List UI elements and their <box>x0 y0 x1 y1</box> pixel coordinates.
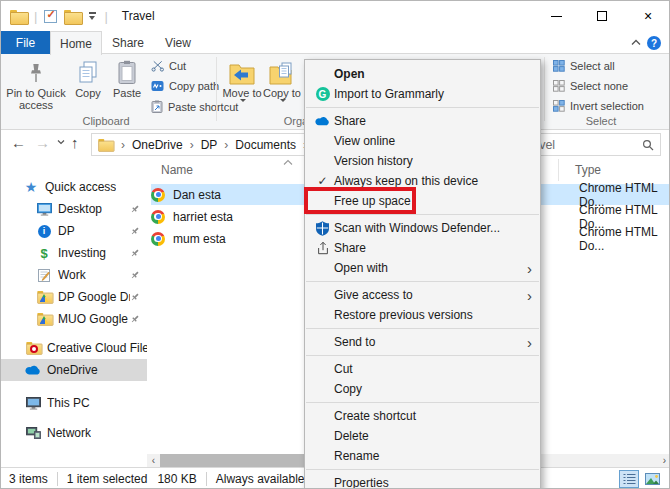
tab-view[interactable]: View <box>154 31 202 54</box>
sidebar-item-dp[interactable]: i DP <box>1 220 147 242</box>
select-all-icon <box>553 60 565 72</box>
menu-item-delete[interactable]: Delete <box>305 426 540 446</box>
menu-item-scan-with-defender[interactable]: Scan with Windows Defender... <box>305 218 540 238</box>
new-folder-icon[interactable] <box>64 10 81 23</box>
sidebar-item-desktop[interactable]: Desktop <box>1 198 147 220</box>
select-all-button[interactable]: Select all <box>553 60 615 72</box>
tab-home[interactable]: Home <box>50 31 102 55</box>
menu-item-share-onedrive[interactable]: Share <box>305 111 540 131</box>
column-header-name[interactable]: Name <box>161 163 193 177</box>
thumbnails-view-button[interactable] <box>642 470 662 488</box>
select-none-icon <box>553 80 565 92</box>
computer-icon <box>24 397 42 410</box>
invert-selection-icon <box>553 100 565 112</box>
maximize-button[interactable] <box>579 1 625 31</box>
invert-selection-button[interactable]: Invert selection <box>553 100 644 112</box>
recent-locations-caret-icon[interactable] <box>57 139 65 145</box>
checkmark-icon: ✓ <box>311 174 334 188</box>
group-separator <box>216 57 217 121</box>
menu-item-always-keep-on-device[interactable]: ✓ Always keep on this device <box>305 171 540 191</box>
details-view-button[interactable] <box>619 470 639 488</box>
scroll-left-arrow-icon[interactable]: ‹ <box>147 454 160 467</box>
sidebar-item-onedrive[interactable]: OneDrive <box>1 359 147 381</box>
pin-icon <box>130 292 140 302</box>
forward-button[interactable]: → <box>35 134 50 151</box>
sidebar-item-network[interactable]: Network <box>1 422 147 444</box>
paste-shortcut-icon <box>151 100 163 113</box>
share-icon <box>316 241 330 255</box>
paste-icon <box>116 57 138 85</box>
onedrive-cloud-icon <box>24 365 42 375</box>
tab-share[interactable]: Share <box>102 31 154 54</box>
menu-item-open[interactable]: Open <box>305 64 540 84</box>
scroll-right-arrow-icon[interactable]: › <box>658 454 670 467</box>
move-to-button[interactable]: Move to <box>222 57 262 102</box>
copy-button[interactable]: Copy <box>69 57 107 99</box>
google-drive-folder-icon <box>35 290 53 304</box>
sidebar-item-quick-access[interactable]: ★ Quick access <box>1 176 147 198</box>
help-icon[interactable]: ? <box>647 36 661 50</box>
cut-button[interactable]: Cut <box>151 60 186 72</box>
crumb-onedrive[interactable]: OneDrive <box>132 138 183 152</box>
sidebar-item-muo-google-drive[interactable]: MUO Google Dri <box>1 308 147 330</box>
sidebar-item-investing[interactable]: $ Investing <box>1 242 147 264</box>
menu-item-version-history[interactable]: Version history <box>305 151 540 171</box>
menu-item-send-to[interactable]: Send to › <box>305 332 540 352</box>
menu-item-import-to-grammarly[interactable]: G Import to Grammarly <box>305 84 540 104</box>
pin-icon <box>130 248 140 258</box>
menu-item-free-up-space[interactable]: Free up space <box>305 191 540 211</box>
pin-to-quick-access-button[interactable]: Pin to Quick access <box>5 57 67 111</box>
menu-item-give-access-to[interactable]: Give access to › <box>305 285 540 305</box>
chrome-file-icon <box>151 232 165 246</box>
pin-icon <box>130 204 140 214</box>
move-to-icon <box>229 57 255 85</box>
menu-separator <box>306 469 539 470</box>
tab-file[interactable]: File <box>1 31 50 54</box>
menu-item-create-shortcut[interactable]: Create shortcut <box>305 406 540 426</box>
up-button[interactable]: ↑ <box>71 134 79 151</box>
column-divider[interactable] <box>558 159 559 181</box>
desktop-icon <box>35 203 53 216</box>
column-header-type[interactable]: Type <box>575 163 601 177</box>
context-menu: Open G Import to Grammarly Share View on… <box>304 59 541 489</box>
copy-path-icon <box>151 80 164 92</box>
notepad-icon <box>35 269 53 282</box>
pin-icon <box>130 270 140 280</box>
navigation-pane: ★ Quick access Desktop i DP $ Investing … <box>1 159 147 467</box>
back-button[interactable]: ← <box>11 134 26 151</box>
menu-item-cut[interactable]: Cut <box>305 359 540 379</box>
menu-item-restore-previous-versions[interactable]: Restore previous versions <box>305 305 540 325</box>
collapse-ribbon-icon[interactable] <box>631 39 641 46</box>
menu-item-open-with[interactable]: Open with › <box>305 258 540 278</box>
scissors-icon <box>151 60 164 72</box>
sidebar-item-work[interactable]: Work <box>1 264 147 286</box>
customize-toolbar-caret-icon[interactable] <box>88 12 97 20</box>
quick-access-toolbar: | | Travel <box>1 9 155 24</box>
submenu-chevron-icon: › <box>527 261 532 276</box>
crumb-dp[interactable]: DP <box>201 138 218 152</box>
explorer-window: | | Travel × File Home Share View ? Pin … <box>0 0 670 489</box>
copy-path-button[interactable]: Copy path <box>151 80 219 92</box>
ribbon-tab-row: File Home Share View ? <box>1 31 670 54</box>
sidebar-item-dp-google-drive[interactable]: DP Google Drive <box>1 286 147 308</box>
chrome-file-icon <box>151 210 165 224</box>
select-none-button[interactable]: Select none <box>553 80 628 92</box>
defender-shield-icon <box>316 221 329 236</box>
paste-button[interactable]: Paste <box>107 57 147 99</box>
menu-item-copy[interactable]: Copy <box>305 379 540 399</box>
minimize-button[interactable] <box>533 1 579 31</box>
menu-item-rename[interactable]: Rename <box>305 446 540 466</box>
pin-icon <box>27 57 45 85</box>
properties-checkbox-icon[interactable] <box>44 10 57 23</box>
menu-item-view-online[interactable]: View online <box>305 131 540 151</box>
sidebar-item-creative-cloud[interactable]: Creative Cloud Files <box>1 337 147 359</box>
chrome-file-icon <box>151 188 165 202</box>
close-button[interactable]: × <box>625 1 670 31</box>
copy-to-button[interactable]: Copy to <box>262 57 302 102</box>
clipboard-group-label: Clipboard <box>41 115 171 127</box>
sidebar-item-this-pc[interactable]: This PC <box>1 392 147 414</box>
crumb-documents[interactable]: Documents <box>235 138 296 152</box>
app-folder-icon <box>10 10 27 23</box>
menu-item-share[interactable]: Share <box>305 238 540 258</box>
menu-item-properties[interactable]: Properties <box>305 473 540 489</box>
